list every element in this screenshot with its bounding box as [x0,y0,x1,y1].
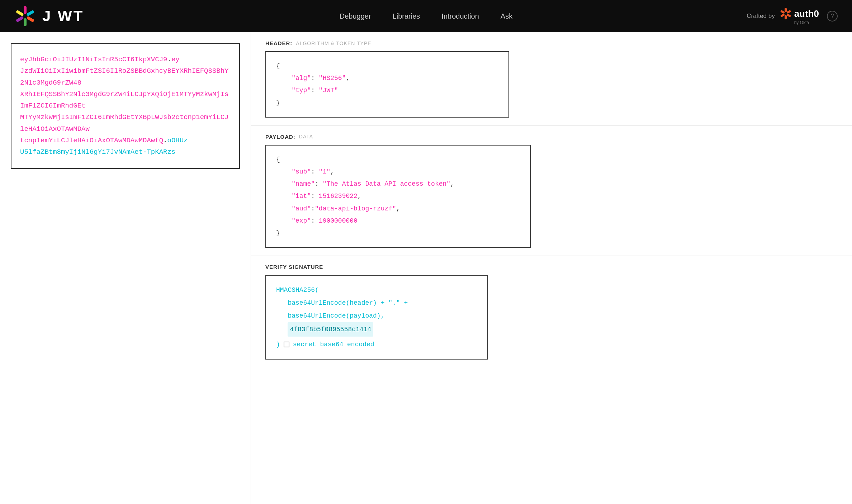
auth0-logo: auth0 by Okta [779,7,819,25]
svg-rect-11 [780,10,785,14]
payload-aud-key: "aud" [292,205,311,212]
header-label: HEADER: [265,40,292,46]
token-display: eyJhbGciOiJIUzI1NiIsInR5cCI6IkpXVCJ9.eyJ… [11,43,240,169]
svg-rect-4 [16,16,24,23]
help-icon[interactable]: ? [827,11,838,22]
right-panel: HEADER: ALGORITHM & TOKEN TYPE { "alg": … [251,32,852,504]
nav-libraries[interactable]: Libraries [393,12,420,20]
svg-rect-9 [785,15,787,19]
nav-debugger[interactable]: Debugger [340,12,371,20]
header-section: HEADER: ALGORITHM & TOKEN TYPE { "alg": … [251,32,852,126]
header-section-header: HEADER: ALGORITHM & TOKEN TYPE [265,40,838,46]
verify-section: VERIFY SIGNATURE HMACSHA256( base64UrlEn… [251,256,852,367]
payload-name-value: "The Atlas Data API access token" [323,180,450,187]
payload-iat-value: 1516239022 [319,192,358,200]
secret-row: ) secret base64 encoded [276,338,477,351]
payload-section: PAYLOAD: DATA { "sub": "1", "name": "The… [251,126,852,256]
verify-line2: base64UrlEncode(payload), [288,312,384,319]
crafted-by-label: Crafted by [747,13,775,20]
svg-rect-5 [16,10,24,16]
header-alg-value: "HS256" [319,75,346,82]
payload-sublabel: DATA [299,134,313,139]
logo-text: J WT [42,8,84,25]
payload-code-box: { "sub": "1", "name": "The Atlas Data AP… [265,145,531,248]
jwt-logo-icon [14,5,36,27]
logo-area: J WT [14,5,84,27]
token-part1: eyJhbGciOiJIUzI1NiIsInR5cCI6IkpXVCJ9 [20,56,167,63]
navbar: J WT Debugger Libraries Introduction Ask… [0,0,852,32]
payload-exp-value: 1900000000 [319,217,358,224]
header-typ-value: "JWT" [319,87,338,94]
payload-name-key: "name" [292,180,315,187]
header-sublabel: ALGORITHM & TOKEN TYPE [296,41,371,46]
verify-closing: ) [276,338,280,351]
auth0-text: auth0 [794,8,819,19]
verify-line1: base64UrlEncode(header) + "." + [288,299,408,306]
nav-links: Debugger Libraries Introduction Ask [340,12,512,20]
nav-introduction[interactable]: Introduction [441,12,479,20]
verify-box: HMACSHA256( base64UrlEncode(header) + ".… [265,275,488,360]
auth0-okta: by Okta [794,20,809,25]
header-typ-key: "typ" [292,87,311,94]
token-part2-start: eyJzdWIiOiIxIiwibmFtZSI6IlRoZSBBdGxhcyBE… [20,56,229,144]
payload-sub-value: "1" [319,168,330,175]
svg-rect-0 [24,6,27,14]
secret-base64-checkbox[interactable] [284,342,289,347]
payload-section-header: PAYLOAD: DATA [265,134,838,140]
payload-label: PAYLOAD: [265,134,295,140]
payload-iat-key: "iat" [292,192,311,200]
auth0-icon [779,7,792,20]
svg-rect-8 [786,13,791,17]
payload-aud-value: "data-api-blog-rzuzf" [315,205,396,212]
svg-rect-10 [780,13,785,17]
verify-label: VERIFY SIGNATURE [265,264,838,270]
main-content: eyJhbGciOiJIUzI1NiIsInR5cCI6IkpXVCJ9.eyJ… [0,32,852,504]
secret-base64-label: secret base64 encoded [293,338,374,351]
svg-rect-7 [786,10,791,14]
svg-rect-2 [26,16,34,23]
header-alg-key: "alg" [292,75,311,82]
svg-rect-6 [785,8,787,12]
verify-secret-value[interactable]: 4f83f8b5f0895558c1414 [288,322,373,337]
crafted-by-area: Crafted by auth0 by Okta ? [747,7,838,25]
svg-rect-3 [24,18,27,26]
verify-func-name: HMACSHA256( [276,286,319,294]
payload-sub-key: "sub" [292,168,311,175]
svg-rect-1 [26,10,34,16]
left-panel: eyJhbGciOiJIUzI1NiIsInR5cCI6IkpXVCJ9.eyJ… [0,32,251,504]
header-code-box: { "alg": "HS256", "typ": "JWT" } [265,51,509,118]
payload-exp-key: "exp" [292,217,311,224]
nav-ask[interactable]: Ask [501,12,512,20]
